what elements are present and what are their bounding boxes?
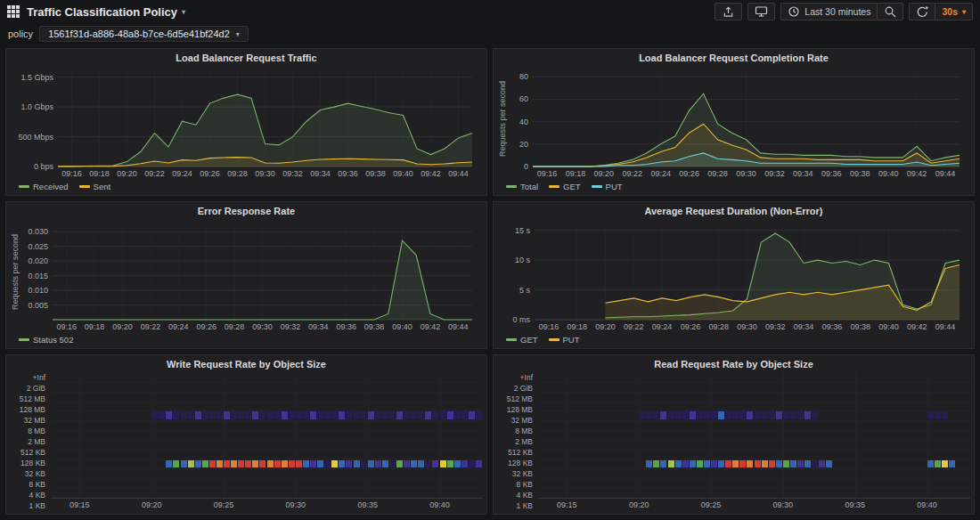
legend-item[interactable]: Status 502 [19,335,73,345]
bucket-label: 8 MB [10,426,45,436]
heatmap-cell [690,460,696,468]
variable-value-dropdown[interactable]: 1561f31d-a886-48a8-b7ce-6d5e41bf24d2 ▾ [39,26,249,42]
panel-title[interactable]: Write Request Rate by Object Size [10,357,483,372]
legend-label: Sent [94,182,111,191]
heatmap-cell [368,460,374,468]
legend-item[interactable]: Sent [79,182,111,191]
legend-label: PUT [606,182,623,191]
heatmap-cell [166,411,172,419]
x-axis-label: 09:44 [935,169,956,178]
heatmap-cell [776,460,782,468]
share-icon [722,5,735,18]
heatmap-cell [747,460,753,468]
heatmap-cell [739,411,746,419]
bucket-label: 4 KB [497,490,533,500]
x-axis-label: 09:32 [764,169,785,178]
panel-title[interactable]: Read Request Rate by Object Size [497,357,970,372]
panel-error-rate: Error Response Rate 09:1609:1809:2009:22… [5,201,487,349]
heatmap-cell [339,411,345,419]
heatmap-cell [296,411,302,419]
legend-item[interactable]: Received [19,182,69,191]
x-axis-label: 09:25 [214,500,234,509]
time-range-button[interactable]: Last 30 minutes [780,3,877,20]
x-axis-label: 09:16 [56,322,77,331]
chart-legend: Status 502 [10,333,483,345]
x-axis-label: 09:20 [117,169,137,178]
heatmap-cell [790,411,796,419]
heatmap-cell [404,460,410,468]
x-axis-label: 09:34 [310,169,331,178]
refresh-interval-dropdown[interactable]: 30s ▾ [935,3,973,20]
panel-title[interactable]: Error Response Rate [10,204,483,219]
x-axis-label: 09:32 [765,322,786,331]
heatmap-grid [538,372,970,499]
legend-swatch [19,185,29,188]
heatmap-cell [303,411,309,419]
heatmap-cell [216,411,223,419]
legend-swatch [592,185,602,188]
heatmap-cell [224,460,230,468]
zoom-out-button[interactable] [877,3,903,20]
x-axis-label: 09:26 [200,169,220,178]
refresh-interval-label: 30s [942,6,958,17]
grafana-logo-icon[interactable] [7,5,20,18]
heatmap-cell [389,460,396,468]
heatmap-cell [949,460,955,468]
heatmap-cell [454,411,461,419]
y-axis-label: 0 bps [34,162,54,171]
heatmap-cell [274,460,281,468]
legend-label: PUT [563,335,580,345]
panel-title[interactable]: Average Request Duration (Non-Error) [497,204,970,219]
legend-item[interactable]: GET [506,335,538,345]
heatmap-cell [188,411,194,419]
heatmap-cell [418,411,424,419]
legend-item[interactable]: Total [506,182,538,191]
y-axis-label: 60 [519,94,528,103]
bucket-label: +Inf [497,372,533,383]
bucket-label: 512 MB [497,394,533,404]
x-axis-label: 09:34 [794,322,814,331]
x-axis-label: 09:22 [624,322,644,331]
bucket-label: 128 KB [10,458,45,468]
x-axis-label: 09:36 [822,322,843,331]
heatmap-cell [797,460,804,468]
legend-item[interactable]: PUT [549,335,580,345]
panel-title[interactable]: Load Balancer Request Completion Rate [497,51,970,66]
request-traffic-chart: 09:1609:1809:2009:2209:2409:2609:2809:30… [10,66,483,180]
heatmap-cell [151,411,158,419]
refresh-button[interactable] [909,3,935,20]
legend-swatch [549,185,559,188]
heatmap-cell [718,411,724,419]
bucket-label: 8 KB [497,479,533,490]
panel-title[interactable]: Load Balancer Request Traffic [10,51,483,66]
line-chart-svg: 09:1609:1809:2009:2209:2409:2609:2809:30… [497,219,970,333]
x-axis-label: 09:22 [623,169,643,178]
heatmap-cell [711,411,717,419]
bucket-label: 32 MB [497,415,533,426]
tv-mode-button[interactable] [747,3,775,20]
legend-label: Total [520,182,538,191]
heatmap-cell [755,460,761,468]
heatmap-cell [418,460,424,468]
y-axis-label: 0.025 [28,242,48,251]
share-button[interactable] [715,3,742,20]
write-rate-heatmap: +Inf2 GiB512 MB128 MB32 MB8 MB2 MB512 KB… [10,372,483,511]
heatmap-cell [252,460,258,468]
panel-request-duration: Average Request Duration (Non-Error) 09:… [493,201,975,349]
bucket-label: 32 MB [10,415,45,426]
heatmap-cell [282,460,288,468]
heatmap-cell [195,411,201,419]
dashboard-title[interactable]: Traffic Classification Policy ▾ [27,5,185,19]
heatmap-cell [826,460,832,468]
bucket-label: 4 KB [10,490,45,500]
x-axis-label: 09:16 [539,322,559,331]
x-axis-label: 09:22 [144,169,165,178]
legend-item[interactable]: PUT [592,182,623,191]
chevron-down-icon: ▾ [962,8,966,16]
heatmap-cell [267,411,274,419]
heatmap-cell [202,411,208,419]
x-axis-label: 09:18 [89,169,110,178]
line-chart-svg: 09:1609:1809:2009:2209:2409:2609:2809:30… [497,66,970,180]
heatmap-cell [660,460,666,468]
legend-item[interactable]: GET [549,182,581,191]
